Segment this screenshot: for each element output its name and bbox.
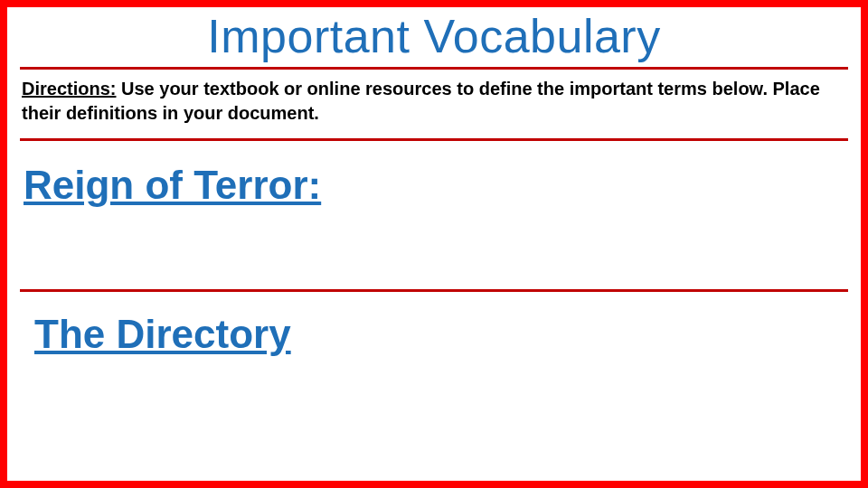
slide-title: Important Vocabulary: [7, 9, 861, 63]
divider-mid: [20, 289, 848, 292]
divider-under-directions: [20, 138, 848, 141]
slide-frame: Important Vocabulary Directions: Use you…: [0, 0, 868, 488]
vocab-term-1: Reign of Terror:: [7, 163, 861, 208]
directions-label: Directions:: [22, 79, 116, 99]
directions-body: Use your textbook or online resources to…: [22, 79, 820, 123]
directions-paragraph: Directions: Use your textbook or online …: [7, 77, 861, 126]
vocab-term-2: The Directory: [7, 312, 861, 357]
divider-under-title: [20, 67, 848, 70]
